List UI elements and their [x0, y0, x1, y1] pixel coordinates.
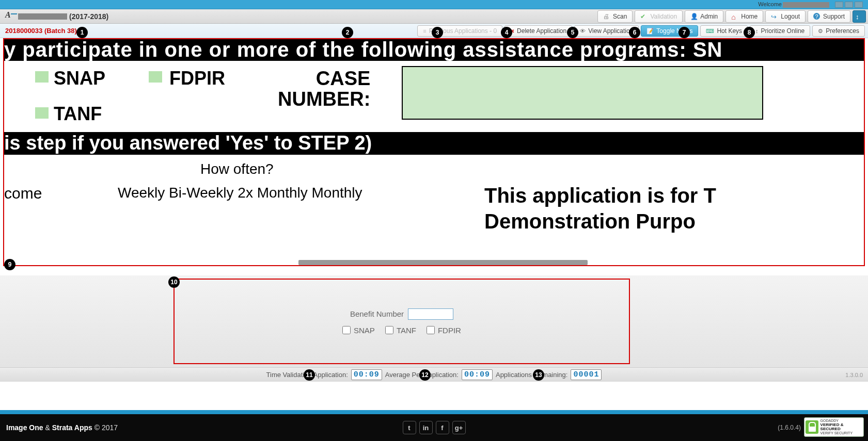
- expand-button[interactable]: [853, 10, 866, 23]
- gear-icon: [818, 27, 823, 35]
- prioritize-icon: [755, 27, 759, 35]
- form-checkbox-tanf: [35, 107, 49, 119]
- annotation-marker-7: 7: [678, 27, 690, 38]
- window-minimize[interactable]: [835, 2, 843, 8]
- annotation-marker-5: 5: [567, 27, 578, 38]
- document-viewer[interactable]: y participate in one or more of the foll…: [3, 38, 865, 266]
- scanned-form: y participate in one or more of the foll…: [4, 39, 864, 265]
- delete-application-button[interactable]: Delete Application: [504, 25, 572, 37]
- form-header-band-2: is step if you answered 'Yes' to STEP 2): [4, 132, 864, 155]
- scan-label: Scan: [613, 13, 627, 20]
- social-links: t in f g+: [403, 421, 466, 434]
- school-year: (2017-2018): [69, 12, 108, 21]
- list-icon: [423, 27, 426, 35]
- brand-strata: Strata Apps: [52, 423, 92, 432]
- brand-image-one: Image One: [6, 423, 43, 432]
- admin-button[interactable]: Admin: [685, 10, 723, 23]
- annotation-marker-12: 12: [419, 369, 431, 381]
- notes-icon: [646, 27, 654, 35]
- prioritize-online-button[interactable]: Prioritize Online: [750, 25, 810, 37]
- avg-per-app-value: 00:09: [462, 369, 493, 380]
- annotation-marker-11: 11: [304, 369, 315, 381]
- benefit-form: Benefit Number SNAP TANF FDPIR: [173, 279, 630, 364]
- case-number-label: CASENUMBER:: [278, 68, 370, 109]
- window-maximize[interactable]: [845, 2, 853, 8]
- case-text-2: NUMBER:: [278, 88, 370, 110]
- frequency-labels: Weekly Bi-Weekly 2x Monthly Monthly: [118, 185, 362, 201]
- security-seal[interactable]: GODADDYVERIFIED & SECUREDVERIFY SECURITY: [804, 417, 864, 437]
- snap-checkbox[interactable]: [342, 326, 351, 334]
- brand-amp: &: [43, 423, 52, 432]
- window-close[interactable]: [855, 2, 863, 8]
- form-checkbox-snap: [35, 71, 49, 83]
- seal-provider: GODADDY: [820, 419, 839, 422]
- tanf-checkbox[interactable]: [385, 326, 393, 334]
- seal-sub: VERIFY SECURITY: [820, 431, 853, 435]
- program-checkbox-row: SNAP TANF FDPIR: [342, 326, 461, 335]
- support-button[interactable]: Support: [808, 10, 850, 23]
- how-often-label: How often?: [200, 161, 274, 177]
- snap-text: SNAP: [354, 326, 375, 335]
- home-icon: [731, 13, 738, 20]
- toggle-notes-button[interactable]: Toggle Notes: [641, 25, 698, 37]
- fdpir-checkbox-label[interactable]: FDPIR: [427, 326, 461, 335]
- hotkeys-button[interactable]: Hot Keys: [700, 25, 748, 37]
- googleplus-icon[interactable]: g+: [452, 421, 466, 434]
- footer-version: (1.6.0.4): [778, 424, 801, 431]
- status-bar: Time Validating Application: 00:09 Avera…: [0, 367, 868, 382]
- preferences-label: Preferences: [826, 27, 859, 35]
- twitter-icon[interactable]: t: [403, 421, 416, 434]
- annotation-marker-1: 1: [76, 27, 88, 38]
- app-logo: [4, 11, 17, 22]
- logout-icon: [771, 13, 778, 20]
- preferences-button[interactable]: Preferences: [812, 25, 865, 37]
- application-id: 2018000033 (Batch 38): [3, 27, 79, 35]
- prioritize-label: Prioritize Online: [761, 27, 805, 35]
- facebook-icon[interactable]: f: [436, 421, 449, 434]
- keyboard-icon: [706, 27, 714, 35]
- form-label-snap: SNAP: [54, 68, 105, 89]
- annotation-marker-9: 9: [4, 259, 15, 270]
- logout-label: Logout: [781, 13, 800, 20]
- form-checkbox-fdpir: [149, 71, 162, 83]
- snap-checkbox-label[interactable]: SNAP: [342, 326, 375, 335]
- demo-line-1: This application is for T: [484, 184, 716, 207]
- validation-button: Validation: [635, 10, 683, 23]
- benefit-number-input[interactable]: [408, 308, 453, 320]
- view-label: View Application: [588, 27, 633, 35]
- home-label: Home: [741, 13, 757, 20]
- footer-content: Image One & Strata Apps © 2017 t in f g+…: [0, 414, 868, 441]
- tanf-text: TANF: [397, 326, 416, 335]
- horizontal-scrollbar[interactable]: [298, 260, 588, 265]
- footer-brand: Image One & Strata Apps © 2017: [6, 423, 118, 432]
- linkedin-icon[interactable]: in: [419, 421, 433, 434]
- form-label-fdpir: FDPIR: [169, 68, 225, 89]
- seal-main: VERIFIED & SECURED: [820, 423, 862, 431]
- fdpir-checkbox[interactable]: [427, 326, 435, 334]
- annotation-marker-6: 6: [629, 27, 640, 38]
- form-label-tanf: TANF: [54, 103, 102, 125]
- admin-icon: [690, 13, 698, 20]
- logout-button[interactable]: Logout: [765, 10, 806, 23]
- copyright: © 2017: [92, 423, 118, 432]
- username-redacted: [783, 2, 829, 8]
- header-bar: (2017-2018) Scan Validation Admin Home L…: [0, 9, 868, 24]
- demo-line-2: Demonstration Purpo: [484, 210, 696, 233]
- lock-icon: [806, 420, 818, 434]
- form-header-band-1: y participate in one or more of the foll…: [4, 39, 864, 61]
- demo-watermark: This application is for TDemonstration P…: [484, 183, 716, 234]
- district-name-redacted: [18, 13, 67, 20]
- apps-remaining-value: 00001: [571, 369, 602, 380]
- benefit-number-label: Benefit Number: [350, 309, 404, 318]
- home-button[interactable]: Home: [725, 10, 763, 23]
- case-number-field: [402, 66, 763, 120]
- tanf-checkbox-label[interactable]: TANF: [385, 326, 416, 335]
- previous-applications-button: Previous Applications - 0: [417, 25, 502, 37]
- scan-button[interactable]: Scan: [597, 10, 633, 23]
- annotation-marker-4: 4: [501, 27, 512, 38]
- admin-label: Admin: [700, 13, 718, 20]
- apps-remaining-label: Applications Remaining:: [496, 371, 567, 379]
- expand-icon: [856, 13, 863, 20]
- validation-label: Validation: [650, 13, 677, 20]
- annotation-marker-10: 10: [168, 276, 180, 288]
